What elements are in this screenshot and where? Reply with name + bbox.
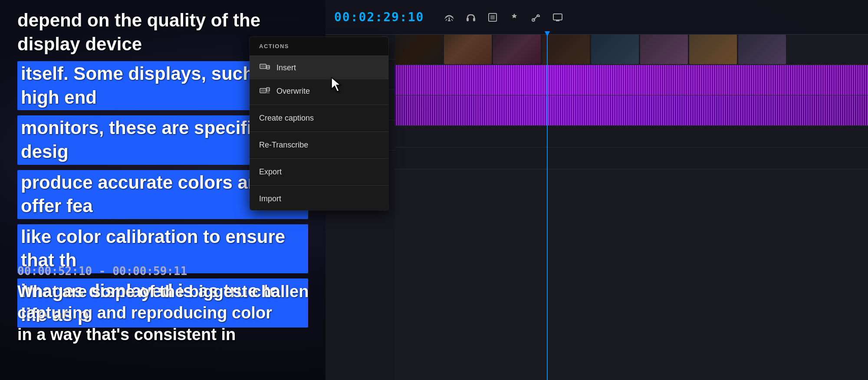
thumb-3 (493, 35, 541, 64)
svg-rect-2 (467, 18, 469, 21)
svg-rect-23 (261, 89, 265, 92)
timeline-panel (395, 35, 868, 380)
transcript-lower-section: 00:00:52:10 - 00:00:59:11 What are some … (17, 265, 321, 345)
lower-timecode: 00:00:52:10 - 00:00:59:11 (17, 265, 321, 278)
menu-header: ACTIONS (250, 37, 388, 56)
settings-icon[interactable] (506, 10, 522, 25)
video1-thumbnails (395, 35, 868, 65)
audio2-track (395, 95, 868, 126)
overwrite-label: Overwrite (276, 87, 310, 96)
lower-line-1: What are some of the biggest challen (17, 281, 321, 302)
top-toolbar: 00:02:29:10 (326, 0, 868, 35)
headphones-icon[interactable] (463, 10, 479, 25)
empty-track-1 (395, 126, 868, 147)
select-icon[interactable] (485, 10, 500, 25)
create-captions-label: Create captions (259, 114, 314, 123)
display-icon[interactable] (550, 10, 566, 25)
svg-rect-8 (553, 14, 562, 20)
re-transcribe-label: Re-Transcribe (259, 141, 308, 150)
menu-item-create-captions[interactable]: Create captions (250, 107, 388, 130)
svg-rect-5 (490, 15, 495, 20)
thumb-2 (444, 35, 492, 64)
playhead (547, 35, 548, 380)
export-label: Export (259, 167, 282, 177)
thumb-4 (542, 35, 590, 64)
audio2-waveform-visual (395, 95, 868, 125)
insert-label: Insert (276, 63, 296, 72)
actions-context-menu: ACTIONS Insert Overwrite (250, 37, 388, 210)
thumb-8 (738, 35, 786, 64)
thumb-5 (591, 35, 639, 64)
audio2-waveform (395, 95, 868, 125)
audio1-waveform-visual (395, 65, 868, 95)
empty-track-2 (395, 147, 868, 169)
svg-marker-6 (512, 13, 517, 18)
audio1-content (395, 65, 868, 95)
import-label: Import (259, 194, 281, 203)
menu-sep-4 (250, 185, 388, 186)
menu-item-insert[interactable]: Insert (250, 56, 388, 79)
menu-item-re-transcribe[interactable]: Re-Transcribe (250, 134, 388, 157)
lower-line-2: capturing and reproducing color (17, 302, 321, 324)
video1-content (395, 35, 868, 65)
menu-sep-3 (250, 158, 388, 159)
insert-icon (259, 63, 270, 72)
audio1-waveform (395, 65, 868, 95)
thumb-7 (689, 35, 737, 64)
menu-sep-1 (250, 105, 388, 105)
menu-sep-2 (250, 131, 388, 132)
overwrite-icon (259, 86, 270, 96)
menu-item-import[interactable]: Import (250, 187, 388, 210)
timecode-display: 00:02:29:10 (334, 10, 424, 24)
video1-track (395, 35, 868, 65)
svg-rect-25 (267, 88, 269, 90)
menu-item-export[interactable]: Export (250, 161, 388, 183)
audio2-content (395, 95, 868, 125)
thumb-1 (395, 35, 443, 64)
toolbar-icons (441, 10, 566, 25)
svg-rect-3 (473, 18, 475, 21)
menu-item-overwrite[interactable]: Overwrite (250, 79, 388, 103)
thumb-6 (640, 35, 688, 64)
wrench-icon[interactable] (528, 10, 544, 25)
wireless-icon[interactable] (441, 10, 457, 25)
lower-line-3: in a way that's consistent in (17, 324, 321, 345)
svg-rect-18 (261, 65, 265, 68)
timeline-tracks (395, 35, 868, 380)
audio1-track (395, 65, 868, 95)
